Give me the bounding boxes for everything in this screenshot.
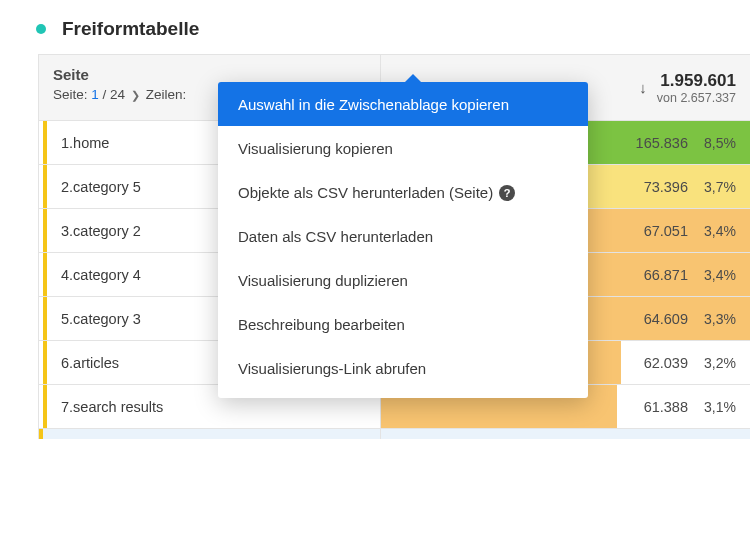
- rows-label: Zeilen:: [146, 87, 187, 102]
- row-marker: [43, 385, 47, 428]
- row-percent: 3,4%: [702, 267, 736, 283]
- pager-prefix: Seite:: [53, 87, 88, 102]
- row-value: 66.871: [644, 267, 688, 283]
- context-menu: Auswahl in die Zwischenablage kopierenVi…: [218, 82, 588, 398]
- menu-item-label: Visualisierung kopieren: [238, 140, 393, 157]
- metric-subtotal: von 2.657.337: [657, 91, 736, 105]
- row-marker: [43, 341, 47, 384]
- context-menu-item[interactable]: Visualisierungs-Link abrufen: [218, 346, 588, 390]
- row-index: 5.: [61, 311, 73, 327]
- row-index: 3.: [61, 223, 73, 239]
- help-icon[interactable]: ?: [499, 185, 515, 201]
- row-percent: 3,2%: [702, 355, 736, 371]
- menu-item-label: Visualisierungs-Link abrufen: [238, 360, 426, 377]
- panel-header: Freiformtabelle: [0, 0, 750, 54]
- row-value: 165.836: [636, 135, 688, 151]
- context-menu-item[interactable]: Beschreibung bearbeiten: [218, 302, 588, 346]
- row-index: 7.: [61, 399, 73, 415]
- row-label: category 2: [73, 223, 141, 239]
- row-value: 62.039: [644, 355, 688, 371]
- row-percent: 3,1%: [702, 399, 736, 415]
- row-index: 4.: [61, 267, 73, 283]
- row-percent: 8,5%: [702, 135, 736, 151]
- row-index: 1.: [61, 135, 73, 151]
- row-label: search results: [73, 399, 163, 415]
- row-percent: 3,4%: [702, 223, 736, 239]
- context-menu-item[interactable]: Auswahl in die Zwischenablage kopieren: [218, 82, 588, 126]
- panel-title: Freiformtabelle: [62, 18, 199, 40]
- context-menu-item[interactable]: Daten als CSV herunterladen: [218, 214, 588, 258]
- row-label: home: [73, 135, 109, 151]
- row-marker: [43, 253, 47, 296]
- row-label: category 4: [73, 267, 141, 283]
- context-menu-item[interactable]: Visualisierung duplizieren: [218, 258, 588, 302]
- dimension-label: Seite: [53, 66, 366, 83]
- row-value: 67.051: [644, 223, 688, 239]
- pager-current-page[interactable]: 1: [91, 87, 99, 102]
- row-marker: [43, 165, 47, 208]
- row-percent: 3,7%: [702, 179, 736, 195]
- row-percent: 3,3%: [702, 311, 736, 327]
- row-marker: [43, 121, 47, 164]
- context-menu-item[interactable]: Objekte als CSV herunterladen (Seite)?: [218, 170, 588, 214]
- menu-item-label: Beschreibung bearbeiten: [238, 316, 405, 333]
- row-value: 73.396: [644, 179, 688, 195]
- row-index: 2.: [61, 179, 73, 195]
- menu-item-label: Auswahl in die Zwischenablage kopieren: [238, 96, 509, 113]
- row-label: category 5: [73, 179, 141, 195]
- row-value: 61.388: [644, 399, 688, 415]
- chevron-right-icon[interactable]: ❯: [131, 89, 140, 102]
- viz-type-dot-icon: [36, 24, 46, 34]
- row-index: 6.: [61, 355, 73, 371]
- metric-total: 1.959.601: [657, 71, 736, 91]
- menu-item-label: Daten als CSV herunterladen: [238, 228, 433, 245]
- row-label: articles: [73, 355, 119, 371]
- menu-item-label: Visualisierung duplizieren: [238, 272, 408, 289]
- sort-descending-icon[interactable]: ↓: [639, 79, 647, 96]
- row-value: 64.609: [644, 311, 688, 327]
- row-label: category 3: [73, 311, 141, 327]
- table-row-partial[interactable]: [39, 429, 750, 439]
- row-marker: [43, 209, 47, 252]
- row-marker: [43, 297, 47, 340]
- menu-item-label: Objekte als CSV herunterladen (Seite): [238, 184, 493, 201]
- pager-total-pages: 24: [110, 87, 125, 102]
- context-menu-item[interactable]: Visualisierung kopieren: [218, 126, 588, 170]
